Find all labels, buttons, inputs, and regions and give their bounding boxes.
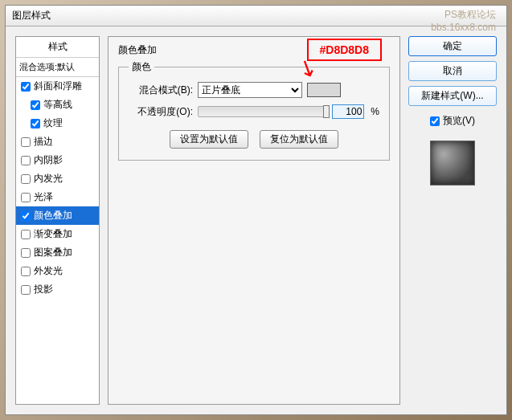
style-item-1[interactable]: 等高线	[16, 96, 99, 114]
blend-mode-select[interactable]: 正片叠底	[198, 82, 302, 98]
style-item-label: 纹理	[43, 116, 63, 130]
style-item-label: 内阴影	[34, 153, 63, 167]
fieldset-legend: 颜色	[129, 60, 154, 74]
style-item-10[interactable]: 外发光	[16, 262, 99, 280]
style-checkbox[interactable]	[21, 230, 31, 239]
style-item-label: 外发光	[34, 264, 63, 278]
blend-mode-label: 混合模式(B):	[129, 84, 193, 97]
color-swatch[interactable]	[307, 83, 341, 97]
style-checkbox[interactable]	[31, 119, 40, 128]
style-checkbox[interactable]	[21, 82, 31, 92]
style-item-5[interactable]: 内发光	[16, 169, 99, 188]
watermark: PS教程论坛 bbs.16xx8.com	[431, 8, 496, 33]
cancel-button[interactable]: 取消	[408, 61, 497, 81]
opacity-label: 不透明度(O):	[129, 105, 193, 119]
dialog-title: 图层样式	[12, 9, 51, 22]
style-item-8[interactable]: 渐变叠加	[16, 225, 99, 243]
preview-toggle[interactable]: 预览(V)	[430, 114, 475, 128]
preview-checkbox[interactable]	[430, 116, 440, 126]
preview-thumbnail	[430, 141, 475, 186]
style-item-label: 光泽	[34, 190, 53, 204]
style-item-2[interactable]: 纹理	[16, 114, 99, 133]
style-item-4[interactable]: 内阴影	[16, 151, 99, 169]
color-fieldset: 颜色 混合模式(B): 正片叠底 不透明度(O): % 设置为默认值 复位为	[118, 60, 390, 161]
color-annotation: #D8D8D8	[307, 39, 382, 61]
styles-list-panel: 样式 混合选项:默认 斜面和浮雕等高线纹理描边内阴影内发光光泽颜色叠加渐变叠加图…	[15, 36, 100, 405]
ok-button[interactable]: 确定	[408, 36, 497, 56]
style-checkbox[interactable]	[21, 193, 31, 202]
style-checkbox[interactable]	[21, 211, 31, 221]
style-item-label: 斜面和浮雕	[34, 80, 82, 93]
style-item-11[interactable]: 投影	[16, 280, 99, 299]
style-item-9[interactable]: 图案叠加	[16, 243, 99, 262]
blend-options-header[interactable]: 混合选项:默认	[16, 58, 99, 77]
style-item-0[interactable]: 斜面和浮雕	[16, 77, 99, 96]
style-item-label: 等高线	[43, 98, 72, 112]
slider-thumb-icon[interactable]	[323, 105, 330, 118]
main-settings-panel: #D8D8D8 ↘ 颜色叠加 颜色 混合模式(B): 正片叠底 不透明度(O):…	[108, 36, 400, 405]
style-item-label: 颜色叠加	[34, 209, 72, 222]
style-checkbox[interactable]	[21, 285, 31, 295]
right-button-panel: 确定 取消 新建样式(W)... 预览(V)	[408, 36, 497, 405]
style-checkbox[interactable]	[21, 156, 31, 165]
style-item-6[interactable]: 光泽	[16, 188, 99, 206]
style-item-label: 投影	[34, 283, 53, 296]
opacity-input[interactable]	[332, 104, 364, 119]
style-checkbox[interactable]	[31, 100, 40, 110]
style-item-label: 描边	[34, 135, 53, 149]
style-checkbox[interactable]	[21, 137, 31, 147]
style-item-3[interactable]: 描边	[16, 133, 99, 151]
reset-default-button[interactable]: 复位为默认值	[260, 130, 338, 149]
style-item-label: 渐变叠加	[34, 227, 72, 241]
preview-label: 预览(V)	[443, 114, 475, 128]
opacity-slider[interactable]	[198, 106, 327, 117]
layer-style-dialog: 图层样式 样式 混合选项:默认 斜面和浮雕等高线纹理描边内阴影内发光光泽颜色叠加…	[5, 5, 507, 415]
set-default-button[interactable]: 设置为默认值	[170, 130, 248, 149]
percent-label: %	[371, 106, 379, 117]
style-checkbox[interactable]	[21, 174, 31, 184]
new-style-button[interactable]: 新建样式(W)...	[408, 86, 497, 106]
styles-header[interactable]: 样式	[16, 37, 99, 58]
style-item-7[interactable]: 颜色叠加	[16, 206, 99, 225]
style-checkbox[interactable]	[21, 267, 31, 276]
style-item-label: 图案叠加	[34, 246, 72, 259]
style-checkbox[interactable]	[21, 248, 31, 258]
style-item-label: 内发光	[34, 172, 63, 186]
